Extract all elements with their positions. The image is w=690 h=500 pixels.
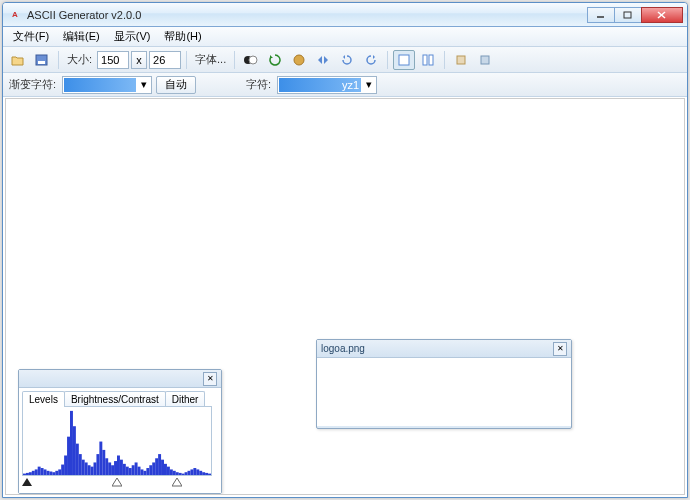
font-button[interactable]: 字体... [192, 52, 229, 67]
svg-rect-10 [423, 55, 427, 65]
svg-rect-31 [73, 426, 76, 475]
toolbar-secondary: 渐变字符: ▾ 自动 字符: yz1 ▾ [3, 73, 687, 97]
svg-rect-49 [126, 467, 129, 475]
svg-rect-62 [164, 464, 167, 475]
menu-file[interactable]: 文件(F) [7, 27, 55, 46]
levels-panel-header[interactable]: ✕ [19, 370, 221, 388]
tab-dither[interactable]: Dither [165, 391, 206, 407]
rotate-left-icon[interactable] [336, 50, 358, 70]
svg-rect-66 [176, 472, 179, 475]
globe-icon[interactable] [288, 50, 310, 70]
levels-panel[interactable]: ✕ Levels Brightness/Contrast Dither [18, 369, 222, 494]
image-panel-body [317, 358, 571, 426]
chevron-down-icon[interactable]: ▾ [137, 78, 151, 91]
view-split-icon[interactable] [417, 50, 439, 70]
chevron-down-icon[interactable]: ▾ [362, 78, 376, 91]
open-icon[interactable] [7, 50, 29, 70]
menubar: 文件(F) 编辑(E) 显示(V) 帮助(H) [3, 27, 687, 47]
close-icon[interactable]: ✕ [553, 342, 567, 356]
svg-rect-64 [170, 469, 173, 475]
levels-sliders [22, 478, 218, 490]
menu-edit[interactable]: 编辑(E) [57, 27, 106, 46]
svg-rect-76 [205, 473, 208, 475]
svg-rect-45 [114, 461, 117, 475]
main-window: A ASCII Generator v2.0.0 文件(F) 编辑(E) 显示(… [2, 2, 688, 498]
separator [234, 51, 235, 69]
width-input[interactable]: 150 [97, 51, 129, 69]
chars-combo[interactable]: yz1 ▾ [277, 76, 377, 94]
white-point-marker[interactable] [172, 478, 182, 488]
mid-point-marker[interactable] [112, 478, 122, 488]
tool-icon-2[interactable] [474, 50, 496, 70]
svg-rect-47 [120, 460, 123, 475]
svg-rect-36 [88, 465, 91, 475]
gradient-chars-combo[interactable]: ▾ [62, 76, 152, 94]
toolbar-main: 大小: 150 x 26 字体... [3, 47, 687, 73]
svg-rect-25 [55, 471, 58, 475]
svg-rect-48 [123, 464, 126, 475]
svg-rect-77 [208, 474, 211, 475]
app-icon: A [7, 7, 23, 23]
refresh-icon[interactable] [264, 50, 286, 70]
save-icon[interactable] [31, 50, 53, 70]
svg-rect-32 [76, 444, 79, 475]
svg-rect-57 [149, 465, 152, 475]
svg-rect-44 [111, 465, 114, 475]
svg-rect-38 [94, 462, 97, 475]
tab-brightness-contrast[interactable]: Brightness/Contrast [64, 391, 166, 407]
svg-rect-55 [143, 471, 146, 475]
size-label: 大小: [64, 52, 95, 67]
svg-rect-70 [188, 471, 191, 475]
black-point-marker[interactable] [22, 478, 32, 488]
tab-levels[interactable]: Levels [22, 391, 65, 407]
menu-view[interactable]: 显示(V) [108, 27, 157, 46]
svg-rect-71 [190, 469, 193, 475]
svg-rect-68 [182, 474, 185, 475]
separator [444, 51, 445, 69]
separator [58, 51, 59, 69]
levels-panel-body: Levels Brightness/Contrast Dither [19, 388, 221, 493]
svg-rect-43 [108, 462, 111, 475]
svg-rect-16 [29, 472, 32, 475]
svg-rect-20 [41, 468, 44, 475]
svg-rect-22 [47, 471, 50, 475]
image-panel[interactable]: logoa.png ✕ [316, 339, 572, 429]
svg-rect-41 [102, 450, 105, 475]
svg-rect-17 [32, 471, 35, 475]
svg-rect-30 [70, 411, 73, 475]
rotate-right-icon[interactable] [360, 50, 382, 70]
svg-rect-12 [457, 56, 465, 64]
svg-rect-33 [79, 454, 82, 475]
svg-rect-51 [132, 465, 135, 475]
svg-rect-19 [38, 467, 41, 475]
svg-rect-75 [202, 472, 205, 475]
svg-rect-39 [96, 454, 99, 475]
tool-icon-1[interactable] [450, 50, 472, 70]
close-button[interactable] [641, 7, 683, 23]
svg-rect-74 [199, 471, 202, 475]
svg-rect-53 [138, 467, 141, 475]
black-white-icon[interactable] [240, 50, 262, 70]
separator [387, 51, 388, 69]
minimize-button[interactable] [587, 7, 615, 23]
maximize-button[interactable] [614, 7, 642, 23]
svg-rect-5 [38, 61, 45, 64]
chars-label: 字符: [244, 77, 273, 92]
lock-ratio-button[interactable]: x [131, 51, 147, 69]
titlebar[interactable]: A ASCII Generator v2.0.0 [3, 3, 687, 27]
close-icon[interactable]: ✕ [203, 372, 217, 386]
window-buttons [588, 7, 683, 23]
image-panel-header[interactable]: logoa.png ✕ [317, 340, 571, 358]
auto-button[interactable]: 自动 [156, 76, 196, 94]
svg-rect-21 [44, 469, 47, 475]
svg-rect-40 [99, 442, 102, 475]
canvas-area[interactable]: logoa.png ✕ ✕ Levels Brightness/Contrast… [5, 98, 685, 495]
view-single-icon[interactable] [393, 50, 415, 70]
menu-help[interactable]: 帮助(H) [158, 27, 207, 46]
svg-rect-27 [61, 465, 64, 475]
flip-h-icon[interactable] [312, 50, 334, 70]
chars-selection: yz1 [279, 78, 361, 92]
svg-rect-63 [167, 467, 170, 475]
height-input[interactable]: 26 [149, 51, 181, 69]
svg-rect-11 [429, 55, 433, 65]
